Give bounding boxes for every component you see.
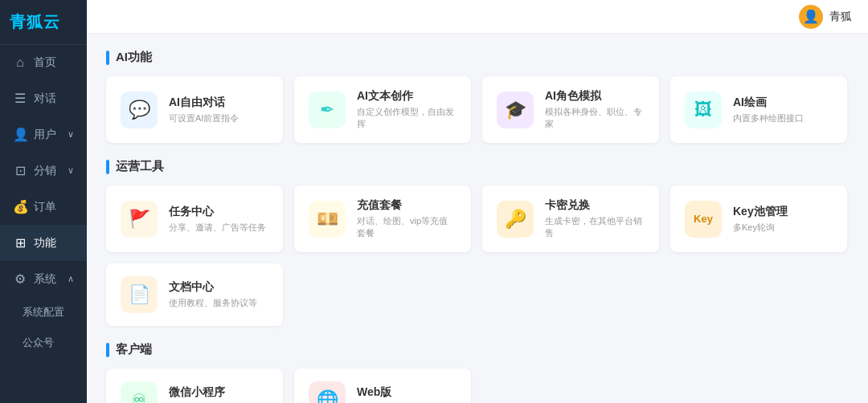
user-name: 青狐 [829, 10, 852, 24]
sidebar-item-label: 分销 [34, 164, 56, 178]
order-icon: 💰 [13, 199, 27, 214]
card-title: 微信小程序 [169, 385, 257, 400]
sidebar-item-system-config[interactable]: 系统配置 [0, 297, 87, 328]
card-desc: 自定义创作模型，自由发挥 [357, 106, 457, 130]
role-card-icon: 🎓 [497, 92, 534, 128]
card-title: AI角色模拟 [545, 89, 645, 104]
user-icon: 👤 [13, 127, 27, 142]
card-title: 卡密兑换 [545, 198, 645, 213]
sidebar-nav: ⌂ 首页 ☰ 对话 👤 用户 ∨ ⊡ 分销 ∨ 💰 订单 ⊞ 功能 ⚙ 系统 ∧ [0, 45, 87, 403]
card-card-redeem[interactable]: 🔑 卡密兑换 生成卡密，在其他平台销售 [482, 185, 659, 252]
sidebar-sub-label: 系统配置 [23, 305, 64, 320]
sidebar-item-gongzhonghao[interactable]: 公众号 [0, 328, 87, 358]
card-task-text: 任务中心 分享、邀请、广告等任务 [169, 205, 266, 234]
sidebar-item-order[interactable]: 💰 订单 [0, 189, 87, 225]
card-web-text: Web版 管理PC版、H5版 [357, 385, 424, 403]
card-desc: 对话、绘图、vip等充值套餐 [357, 215, 457, 239]
sidebar-sub-label: 公众号 [23, 336, 54, 350]
sidebar-item-label: 用户 [34, 128, 56, 142]
card-wechat-mini[interactable]: ♾ 微信小程序 参数配置、代码上传等 [106, 368, 283, 403]
chevron-up-icon: ∧ [68, 274, 74, 284]
card-ai-text[interactable]: ✒ AI文本创作 自定义创作模型，自由发挥 [294, 76, 471, 143]
card-web[interactable]: 🌐 Web版 管理PC版、H5版 [294, 368, 471, 403]
content-wrapper: 👤 青狐 AI功能 💬 AI自由对话 可设置AI前置指令 ✒ AI文本 [87, 0, 868, 403]
section-title-ops: 运营工具 [106, 159, 849, 174]
client-cards-grid: ♾ 微信小程序 参数配置、代码上传等 🌐 Web版 管理PC版、H5版 [106, 368, 849, 403]
sidebar-item-label: 功能 [34, 236, 56, 250]
sidebar-item-system[interactable]: ⚙ 系统 ∧ [0, 261, 87, 297]
section-client: 客户端 ♾ 微信小程序 参数配置、代码上传等 🌐 Web版 管理PC版、H5版 [106, 342, 849, 403]
web-card-icon: 🌐 [309, 381, 346, 403]
sidebar-item-fenshao[interactable]: ⊡ 分销 ∨ [0, 153, 87, 189]
sidebar-item-chat[interactable]: ☰ 对话 [0, 80, 87, 116]
content-main: AI功能 💬 AI自由对话 可设置AI前置指令 ✒ AI文本创作 自定义创作模型… [87, 34, 868, 403]
top-bar: 👤 青狐 [87, 0, 868, 34]
card-recharge[interactable]: 💴 充值套餐 对话、绘图、vip等充值套餐 [294, 185, 471, 252]
card-doc-center[interactable]: 📄 文档中心 使用教程、服务协议等 [106, 263, 283, 326]
card-title: AI绘画 [733, 96, 804, 110]
card-title: Key池管理 [733, 205, 788, 219]
section-title-ai: AI功能 [106, 50, 849, 65]
card-ai-chat-text: AI自由对话 可设置AI前置指令 [169, 96, 239, 124]
card-key-pool[interactable]: Key Key池管理 多Key轮询 [670, 185, 847, 252]
wechat-card-icon: ♾ [121, 381, 158, 403]
doc-card-icon: 📄 [121, 276, 158, 313]
avatar: 👤 [799, 5, 823, 29]
sidebar: 青狐云 ⌂ 首页 ☰ 对话 👤 用户 ∨ ⊡ 分销 ∨ 💰 订单 ⊞ 功能 ⚙ [0, 0, 87, 403]
card-task-center[interactable]: 🚩 任务中心 分享、邀请、广告等任务 [106, 185, 283, 252]
chat-icon: ☰ [13, 91, 27, 106]
sidebar-item-home[interactable]: ⌂ 首页 [0, 45, 87, 80]
ai-cards-grid: 💬 AI自由对话 可设置AI前置指令 ✒ AI文本创作 自定义创作模型，自由发挥… [106, 76, 849, 143]
card-ai-text-text: AI文本创作 自定义创作模型，自由发挥 [357, 89, 457, 130]
sidebar-item-user[interactable]: 👤 用户 ∨ [0, 116, 87, 153]
section-title-client: 客户端 [106, 342, 849, 357]
card-title: AI文本创作 [357, 89, 457, 104]
card-recharge-text: 充值套餐 对话、绘图、vip等充值套餐 [357, 198, 457, 239]
func-icon: ⊞ [13, 235, 27, 250]
card-redeem-text: 卡密兑换 生成卡密，在其他平台销售 [545, 198, 645, 239]
chat-card-icon: 💬 [121, 92, 158, 128]
card-ai-draw-text: AI绘画 内置多种绘图接口 [733, 96, 804, 124]
card-key-pool-text: Key池管理 多Key轮询 [733, 205, 788, 234]
card-desc: 多Key轮询 [733, 222, 788, 234]
ops-cards-grid-row2: 📄 文档中心 使用教程、服务协议等 [106, 263, 849, 326]
card-title: 文档中心 [169, 280, 257, 295]
card-title: AI自由对话 [169, 96, 239, 110]
card-desc: 分享、邀请、广告等任务 [169, 222, 266, 234]
sidebar-item-label: 系统 [34, 272, 56, 287]
redeem-card-icon: 🔑 [497, 201, 534, 238]
logo: 青狐云 [0, 0, 87, 45]
chevron-down-icon: ∨ [68, 129, 74, 140]
card-doc-text: 文档中心 使用教程、服务协议等 [169, 280, 257, 309]
card-title: 充值套餐 [357, 198, 457, 213]
section-ops-tools: 运营工具 🚩 任务中心 分享、邀请、广告等任务 💴 充值套餐 对话、绘图、vip… [106, 159, 849, 326]
home-icon: ⌂ [13, 55, 27, 70]
user-info[interactable]: 👤 青狐 [799, 5, 852, 29]
sidebar-item-label: 首页 [34, 55, 56, 70]
card-ai-role-text: AI角色模拟 模拟各种身份、职位、专家 [545, 89, 645, 130]
system-icon: ⚙ [13, 271, 27, 287]
card-desc: 可设置AI前置指令 [169, 112, 239, 124]
card-desc: 生成卡密，在其他平台销售 [545, 215, 645, 239]
draw-card-icon: 🖼 [685, 92, 722, 128]
card-ai-role[interactable]: 🎓 AI角色模拟 模拟各种身份、职位、专家 [482, 76, 659, 143]
ops-cards-grid: 🚩 任务中心 分享、邀请、广告等任务 💴 充值套餐 对话、绘图、vip等充值套餐… [106, 185, 849, 252]
recharge-card-icon: 💴 [309, 201, 346, 238]
card-title: 任务中心 [169, 205, 266, 219]
card-desc: 模拟各种身份、职位、专家 [545, 106, 645, 130]
sidebar-item-label: 订单 [34, 200, 56, 214]
sidebar-item-label: 对话 [34, 92, 56, 106]
key-pool-card-icon: Key [685, 201, 722, 238]
fenshao-icon: ⊡ [13, 163, 27, 178]
sidebar-item-func[interactable]: ⊞ 功能 [0, 225, 87, 261]
card-desc: 使用教程、服务协议等 [169, 297, 257, 309]
card-title: Web版 [357, 385, 424, 400]
card-desc: 内置多种绘图接口 [733, 112, 804, 124]
section-ai-features: AI功能 💬 AI自由对话 可设置AI前置指令 ✒ AI文本创作 自定义创作模型… [106, 50, 849, 143]
chevron-down-icon: ∨ [68, 165, 74, 176]
text-card-icon: ✒ [309, 92, 346, 128]
card-ai-chat[interactable]: 💬 AI自由对话 可设置AI前置指令 [106, 76, 283, 143]
card-wechat-text: 微信小程序 参数配置、代码上传等 [169, 385, 257, 403]
task-card-icon: 🚩 [121, 201, 158, 238]
card-ai-draw[interactable]: 🖼 AI绘画 内置多种绘图接口 [670, 76, 847, 143]
